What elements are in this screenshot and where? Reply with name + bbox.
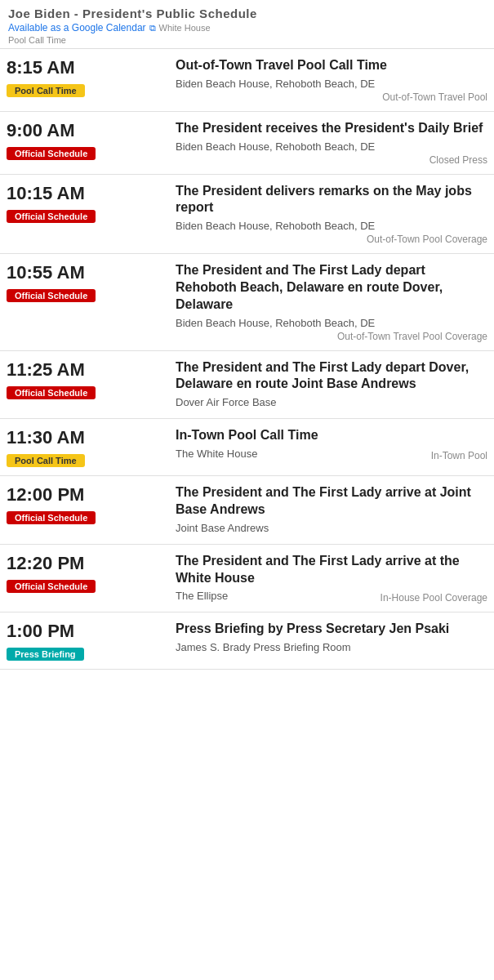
time-cell: 12:20 PM Official Schedule (0, 544, 169, 612)
event-type: Closed Press (176, 154, 487, 166)
event-time: 8:15 AM (7, 57, 162, 78)
event-location: The Ellipse (176, 590, 228, 602)
event-time: 10:55 AM (7, 262, 162, 283)
event-time: 10:15 AM (7, 183, 162, 204)
event-title: The President and The First Lady arrive … (176, 484, 487, 519)
event-type: In-House Pool Coverage (381, 592, 487, 604)
time-cell: 10:15 AM Official Schedule (0, 174, 169, 254)
time-cell: 1:00 PM Press Briefing (0, 612, 169, 670)
event-location: The White House (176, 448, 257, 460)
page-title: Joe Biden - President's Public Schedule (8, 7, 486, 20)
event-cell: The President and The First Lady arrive … (169, 544, 494, 612)
event-cell: The President receives the President's D… (169, 111, 494, 174)
event-cell: In-Town Pool Call Time The White House I… (169, 419, 494, 476)
event-badge: Official Schedule (7, 289, 96, 302)
event-location: Biden Beach House, Rehoboth Beach, DE (176, 317, 487, 329)
event-time: 9:00 AM (7, 120, 162, 141)
external-link-icon: ⧉ (149, 23, 156, 33)
event-title: The President delivers remarks on the Ma… (176, 183, 487, 217)
time-cell: 9:00 AM Official Schedule (0, 111, 169, 174)
event-badge: Official Schedule (7, 580, 96, 593)
calendar-link[interactable]: Available as a Google Calendar ⧉ White H… (8, 22, 486, 33)
event-type: Out-of-Town Travel Pool (176, 91, 487, 103)
event-time: 12:00 PM (7, 484, 162, 506)
event-badge: Pool Call Time (7, 84, 85, 97)
event-title: The President receives the President's D… (176, 120, 487, 137)
event-title: Out-of-Town Travel Pool Call Time (176, 57, 487, 74)
table-row: 10:15 AM Official Schedule The President… (0, 174, 494, 254)
event-cell: Press Briefing by Press Secretary Jen Ps… (169, 612, 494, 670)
table-row: 10:55 AM Official Schedule The President… (0, 254, 494, 350)
table-row: 11:25 AM Official Schedule The President… (0, 350, 494, 419)
event-cell: The President and The First Lady arrive … (169, 476, 494, 545)
event-time: 11:30 AM (7, 427, 162, 448)
event-location: Biden Beach House, Rehoboth Beach, DE (176, 78, 487, 90)
event-cell: The President and The First Lady depart … (169, 350, 494, 419)
event-badge: Official Schedule (7, 210, 96, 223)
event-title: Press Briefing by Press Secretary Jen Ps… (176, 621, 487, 638)
table-row: 12:00 PM Official Schedule The President… (0, 476, 494, 545)
time-cell: 8:15 AM Pool Call Time (0, 49, 169, 111)
header: Joe Biden - President's Public Schedule … (0, 0, 494, 49)
time-cell: 10:55 AM Official Schedule (0, 254, 169, 350)
breadcrumb: Pool Call Time (8, 35, 486, 45)
event-location: Biden Beach House, Rehoboth Beach, DE (176, 220, 487, 232)
event-location: Dover Air Force Base (176, 396, 487, 408)
event-badge: Official Schedule (7, 386, 96, 399)
event-time: 12:20 PM (7, 553, 162, 574)
event-type: Out-of-Town Travel Pool Coverage (176, 331, 487, 342)
table-row: 11:30 AM Pool Call Time In-Town Pool Cal… (0, 419, 494, 476)
event-title: In-Town Pool Call Time (176, 427, 487, 444)
table-row: 8:15 AM Pool Call Time Out-of-Town Trave… (0, 49, 494, 111)
schedule-table: 8:15 AM Pool Call Time Out-of-Town Trave… (0, 49, 494, 670)
event-location: Biden Beach House, Rehoboth Beach, DE (176, 140, 487, 153)
event-badge: Official Schedule (7, 511, 96, 524)
event-title: The President and The First Lady depart … (176, 262, 487, 313)
event-location: Joint Base Andrews (176, 522, 487, 534)
table-row: 1:00 PM Press Briefing Press Briefing by… (0, 612, 494, 670)
event-badge: Pool Call Time (7, 454, 85, 467)
table-row: 9:00 AM Official Schedule The President … (0, 111, 494, 174)
event-time: 11:25 AM (7, 359, 162, 381)
event-badge: Official Schedule (7, 147, 96, 160)
event-type: In-Town Pool (431, 450, 487, 461)
time-cell: 11:30 AM Pool Call Time (0, 419, 169, 476)
event-location: James S. Brady Press Briefing Room (176, 641, 487, 653)
event-cell: The President delivers remarks on the Ma… (169, 174, 494, 254)
event-badge: Press Briefing (7, 648, 84, 661)
event-title: The President and The First Lady depart … (176, 359, 487, 394)
event-time: 1:00 PM (7, 621, 162, 642)
event-cell: The President and The First Lady depart … (169, 254, 494, 350)
time-cell: 11:25 AM Official Schedule (0, 350, 169, 419)
table-row: 12:20 PM Official Schedule The President… (0, 544, 494, 612)
event-cell: Out-of-Town Travel Pool Call Time Biden … (169, 49, 494, 111)
event-title: The President and The First Lady arrive … (176, 553, 487, 587)
time-cell: 12:00 PM Official Schedule (0, 476, 169, 545)
event-type: Out-of-Town Pool Coverage (176, 234, 487, 245)
